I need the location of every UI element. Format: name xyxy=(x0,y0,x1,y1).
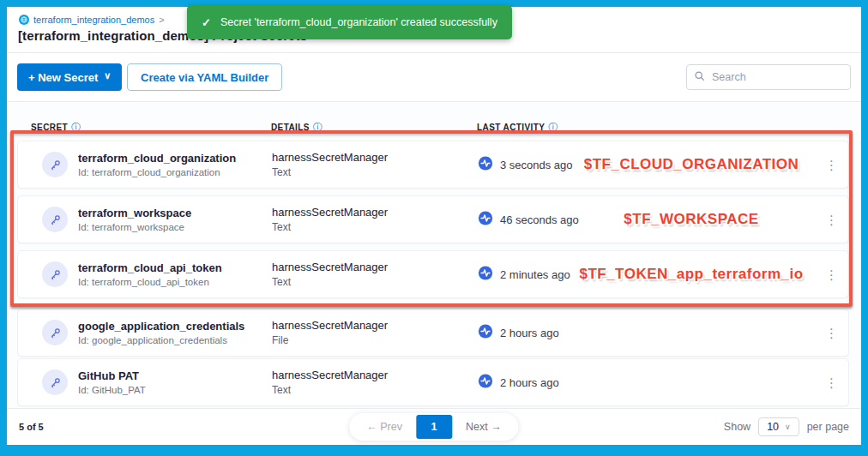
activity-icon xyxy=(478,211,493,229)
breadcrumb-separator: > xyxy=(159,15,164,25)
caret-down-icon: ∨ xyxy=(104,70,111,81)
last-activity: 2 hours ago xyxy=(500,376,559,389)
per-page-label: per page xyxy=(807,421,849,433)
secret-name: terraform_workspace xyxy=(78,207,191,219)
key-icon xyxy=(42,152,68,177)
secret-name: terraform_cloud_api_token xyxy=(78,261,222,274)
secret-manager: harnessSecretManager xyxy=(272,369,388,381)
last-activity: 2 hours ago xyxy=(500,327,559,339)
search-icon xyxy=(694,69,705,85)
page-size-select[interactable]: 10 ∨ xyxy=(758,417,799,436)
table-row-terraform-cloud-api-token[interactable]: terraform_cloud_api_tokenId: terraform_c… xyxy=(17,250,849,298)
table-row-github-pat[interactable]: GitHub PATId: GitHub_PAT harnessSecretMa… xyxy=(17,358,849,406)
table-row-terraform-workspace[interactable]: terraform_workspaceId: terraform_workspa… xyxy=(17,195,849,243)
page-size-control: Show 10 ∨ per page xyxy=(724,417,849,436)
secret-type: File xyxy=(272,334,388,346)
page-size-value: 10 xyxy=(767,421,779,433)
info-icon[interactable]: ⓘ xyxy=(71,121,81,134)
header-divider xyxy=(7,52,861,53)
new-secret-label: + New Secret xyxy=(28,71,98,84)
project-icon xyxy=(19,15,29,25)
activity-icon xyxy=(478,266,493,284)
activity-icon xyxy=(478,156,493,174)
secret-id: Id: GitHub_PAT xyxy=(78,385,146,395)
page-number-button[interactable]: 1 xyxy=(416,415,452,439)
column-header-secret: SECRETⓘ xyxy=(31,121,81,134)
secret-type: Text xyxy=(272,276,388,288)
secret-id: Id: terraform_cloud_api_token xyxy=(78,277,222,287)
chevron-down-icon: ∨ xyxy=(785,423,791,431)
search-input[interactable] xyxy=(710,70,852,84)
secret-type: Text xyxy=(272,221,388,233)
page: terraform_integration_demos > [terraform… xyxy=(7,7,861,445)
info-icon[interactable]: ⓘ xyxy=(548,121,558,134)
secret-name: google_application_credentials xyxy=(78,320,244,333)
secret-manager: harnessSecretManager xyxy=(272,206,388,219)
yaml-builder-button[interactable]: Create via YAML Builder xyxy=(127,63,282,91)
secret-name: GitHub PAT xyxy=(78,369,146,382)
secret-id: Id: terraform_cloud_organization xyxy=(78,167,236,177)
show-label: Show xyxy=(724,421,750,433)
key-icon xyxy=(42,261,68,287)
secret-id: Id: google_application_credentials xyxy=(78,335,244,345)
prev-page-button[interactable]: ← Prev xyxy=(353,421,416,433)
env-var-annotation: $TF_TOKEN_app_terraform_io xyxy=(533,266,850,283)
new-secret-button[interactable]: + New Secret ∨ xyxy=(17,63,122,91)
secret-type: Text xyxy=(272,166,388,178)
table-row-google-application-credentials[interactable]: google_application_credentialsId: google… xyxy=(17,309,849,357)
screenshot-frame: terraform_integration_demos > [terraform… xyxy=(0,0,868,456)
check-icon: ✓ xyxy=(202,16,211,29)
table-row-terraform-cloud-organization[interactable]: terraform_cloud_organizationId: terrafor… xyxy=(17,141,849,189)
key-icon xyxy=(42,320,68,345)
row-menu-button[interactable]: ⋮ xyxy=(822,373,841,393)
secret-type: Text xyxy=(272,384,388,396)
breadcrumb-project-link[interactable]: terraform_integration_demos xyxy=(33,15,154,25)
success-toast: ✓ Secret 'terraform_cloud_organization' … xyxy=(187,5,512,39)
secret-manager: harnessSecretManager xyxy=(272,151,388,164)
search-box[interactable] xyxy=(686,64,851,90)
secret-name: terraform_cloud_organization xyxy=(78,152,236,165)
column-header-last-activity: LAST ACTIVITYⓘ xyxy=(477,121,558,134)
pagination: ← Prev 1 Next → xyxy=(349,413,518,441)
footer: 5 of 5 ← Prev 1 Next → Show 10 ∨ per pag… xyxy=(7,408,861,445)
secret-id: Id: terraform_workspace xyxy=(78,222,191,232)
secret-manager: harnessSecretManager xyxy=(272,261,388,273)
breadcrumb: terraform_integration_demos > xyxy=(19,15,165,25)
activity-icon xyxy=(478,324,493,342)
key-icon xyxy=(42,369,68,395)
activity-icon xyxy=(478,374,493,392)
env-var-annotation: $TF_WORKSPACE xyxy=(533,211,850,228)
key-icon xyxy=(42,207,68,232)
toast-message: Secret 'terraform_cloud_organization' cr… xyxy=(220,16,497,28)
row-count: 5 of 5 xyxy=(19,422,44,432)
env-var-annotation: $TF_CLOUD_ORGANIZATION xyxy=(533,156,850,173)
secret-manager: harnessSecretManager xyxy=(272,319,388,332)
info-icon[interactable]: ⓘ xyxy=(313,121,322,134)
next-page-button[interactable]: Next → xyxy=(452,421,515,433)
column-header-details: DETAILSⓘ xyxy=(271,121,322,134)
row-menu-button[interactable]: ⋮ xyxy=(822,323,841,343)
